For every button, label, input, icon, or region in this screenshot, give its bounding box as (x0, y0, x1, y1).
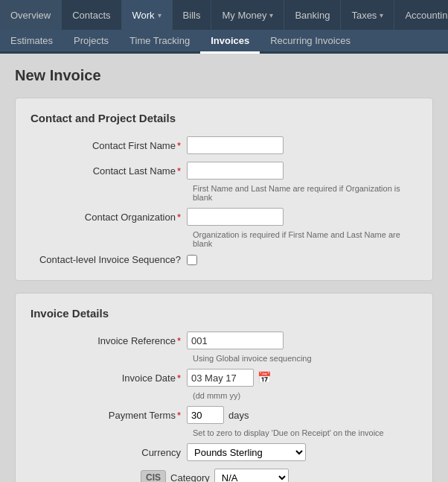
invoice-sequence-label: Contact-level Invoice Sequence? (31, 254, 187, 265)
cis-category-row: CIS Category N/A Labour Materials Equipm… (31, 469, 417, 482)
reference-hint: Using Global invoice sequencing (193, 354, 417, 363)
nav-bills[interactable]: Bills (173, 0, 212, 30)
nav-work[interactable]: Work ▾ (122, 0, 173, 30)
invoice-date-label: Invoice Date* (31, 372, 187, 384)
last-name-row: Contact Last Name* (31, 162, 417, 180)
invoice-reference-label: Invoice Reference* (31, 335, 187, 346)
nav-overview[interactable]: Overview (0, 0, 62, 30)
subnav-time-tracking-label: Time Tracking (129, 35, 190, 46)
nav-contacts[interactable]: Contacts (62, 0, 121, 30)
nav-my-money[interactable]: My Money ▾ (211, 0, 284, 30)
cis-badge: CIS (141, 470, 166, 482)
payment-terms-row: Payment Terms* days (31, 406, 417, 424)
currency-label: Currency (31, 447, 187, 458)
nav-work-caret: ▾ (158, 11, 161, 19)
invoice-reference-input[interactable] (187, 332, 284, 349)
currency-select[interactable]: Pounds Sterling US Dollars Euros (187, 443, 306, 461)
cis-category-select[interactable]: N/A Labour Materials Equipment (214, 469, 289, 482)
subnav-time-tracking[interactable]: Time Tracking (119, 30, 200, 51)
date-hint: (dd mmm yy) (193, 391, 417, 400)
contact-section-title: Contact and Project Details (31, 112, 417, 124)
organization-row: Contact Organization* (31, 208, 417, 226)
contact-section: Contact and Project Details Contact Firs… (15, 98, 433, 281)
subnav-estimates-label: Estimates (10, 35, 53, 46)
currency-row: Currency Pounds Sterling US Dollars Euro… (31, 443, 417, 461)
first-name-input[interactable] (187, 136, 284, 154)
invoice-sequence-row: Contact-level Invoice Sequence? (31, 254, 417, 265)
organization-input[interactable] (187, 208, 284, 226)
invoice-date-input[interactable] (187, 369, 254, 387)
payment-terms-input[interactable] (187, 406, 224, 424)
calendar-icon[interactable]: 📅 (257, 371, 272, 384)
payment-terms-group: days (187, 406, 249, 424)
days-label: days (228, 410, 249, 421)
subnav-estimates[interactable]: Estimates (0, 30, 63, 51)
nav-taxes-label: Taxes (351, 10, 377, 21)
nav-taxes[interactable]: Taxes ▾ (341, 0, 394, 30)
last-name-required: * (177, 165, 181, 177)
nav-banking-label: Banking (295, 10, 330, 21)
sub-navigation: Estimates Projects Time Tracking Invoice… (0, 30, 448, 54)
nav-accounting[interactable]: Accounting ▾ (394, 0, 448, 30)
subnav-invoices-label: Invoices (211, 35, 249, 46)
nav-taxes-caret: ▾ (380, 11, 383, 19)
org-hint: Organization is required if First Name a… (193, 230, 417, 248)
payment-terms-label: Payment Terms* (31, 410, 187, 421)
nav-bills-label: Bills (183, 10, 201, 21)
first-name-required: * (177, 140, 181, 151)
subnav-recurring-invoices[interactable]: Recurring Invoices (260, 30, 361, 51)
top-navigation: Overview Contacts Work ▾ Bills My Money … (0, 0, 448, 30)
first-name-row: Contact First Name* (31, 136, 417, 154)
page-title: New Invoice (15, 67, 433, 84)
cis-category-label: Category (170, 472, 210, 483)
subnav-invoices[interactable]: Invoices (200, 30, 260, 54)
nav-overview-label: Overview (10, 10, 51, 21)
invoice-reference-row: Invoice Reference* (31, 332, 417, 349)
page-content: New Invoice Contact and Project Details … (0, 54, 448, 482)
org-required: * (177, 212, 181, 223)
invoice-sequence-checkbox[interactable] (187, 255, 197, 265)
subnav-recurring-invoices-label: Recurring Invoices (270, 35, 351, 46)
nav-my-money-label: My Money (222, 10, 266, 21)
nav-contacts-label: Contacts (72, 10, 110, 21)
nav-work-label: Work (132, 10, 155, 21)
invoice-date-row: Invoice Date* 📅 (31, 369, 417, 387)
last-name-input[interactable] (187, 162, 284, 180)
subnav-projects[interactable]: Projects (63, 30, 119, 51)
date-required: * (177, 372, 181, 384)
last-name-label: Contact Last Name* (31, 165, 187, 177)
invoice-date-group: 📅 (187, 369, 272, 387)
nav-banking[interactable]: Banking (284, 0, 341, 30)
first-name-label: Contact First Name* (31, 140, 187, 151)
ref-required: * (177, 335, 181, 346)
nav-my-money-caret: ▾ (269, 11, 273, 19)
name-hint: First Name and Last Name are required if… (193, 184, 417, 202)
organization-label: Contact Organization* (31, 212, 187, 223)
payment-terms-hint: Set to zero to display 'Due on Receipt' … (193, 428, 417, 437)
subnav-projects-label: Projects (74, 35, 109, 46)
terms-required: * (177, 410, 181, 421)
nav-accounting-label: Accounting (405, 10, 448, 21)
invoice-section-title: Invoice Details (31, 307, 417, 320)
invoice-section: Invoice Details Invoice Reference* Using… (15, 293, 433, 482)
